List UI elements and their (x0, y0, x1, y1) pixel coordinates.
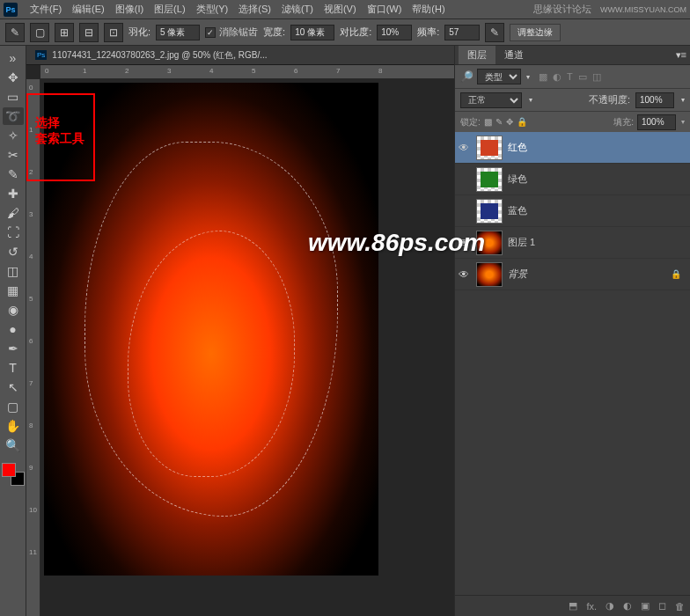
menubar: Ps 文件(F) 编辑(E) 图像(I) 图层(L) 类型(Y) 选择(S) 滤… (0, 0, 690, 19)
layer-thumb[interactable] (476, 136, 503, 160)
antialias-label: 消除锯齿 (219, 26, 258, 39)
panel-footer: ⬒ fx. ◑ ◐ ▣ ◻ 🗑 (455, 595, 690, 616)
gradient-tool[interactable]: ▦ (3, 282, 24, 299)
layer-row-background[interactable]: 👁 背景 🔒 (455, 259, 690, 290)
fg-color[interactable] (2, 463, 16, 477)
canvas-image[interactable] (44, 83, 378, 576)
sel-mode-sub[interactable]: ⊟ (79, 23, 99, 42)
lock-position-icon[interactable]: ✥ (506, 117, 513, 127)
fill-input[interactable] (637, 114, 676, 130)
site-name: 思缘设计论坛 (533, 3, 591, 16)
layer-thumb[interactable] (476, 262, 503, 287)
width-label: 宽度: (263, 26, 285, 39)
width-input[interactable] (290, 25, 334, 40)
filter-pixel-icon[interactable]: ▩ (539, 71, 547, 83)
layer-name[interactable]: 绿色 (508, 172, 686, 186)
filter-kind-select[interactable]: 类型 (477, 69, 521, 84)
freq-label: 频率: (417, 26, 439, 39)
contrast-input[interactable] (377, 25, 412, 40)
tab-channels[interactable]: 通道 (495, 46, 532, 64)
layer-thumb[interactable] (476, 231, 503, 255)
zoom-tool[interactable]: 🔍 (3, 436, 24, 454)
layer-mask-icon[interactable]: ◑ (606, 600, 614, 612)
visibility-icon[interactable]: 👁 (459, 268, 471, 281)
history-brush-tool[interactable]: ↺ (3, 243, 24, 260)
opacity-input[interactable] (635, 92, 674, 108)
layer-fx-icon[interactable]: fx. (586, 601, 597, 612)
current-tool-icon[interactable]: ✎ (5, 23, 25, 42)
horizontal-ruler[interactable]: 0 1 2 3 4 5 6 7 8 (40, 65, 454, 79)
crop-tool[interactable]: ✂ (3, 146, 24, 164)
layers-list: 👁 红色 绿色 蓝色 👁 图层 1 👁 背景 (455, 132, 690, 595)
collapse-icon[interactable]: » (3, 49, 24, 67)
shape-tool[interactable]: ▢ (3, 398, 24, 415)
layer-thumb[interactable] (476, 199, 503, 224)
visibility-icon[interactable]: 👁 (459, 237, 471, 249)
delete-layer-icon[interactable]: 🗑 (675, 601, 685, 612)
lock-pixels-icon[interactable]: ✎ (495, 117, 503, 127)
filter-shape-icon[interactable]: ▭ (578, 71, 587, 83)
blur-tool[interactable]: ◉ (3, 301, 24, 319)
healing-brush-tool[interactable]: ✚ (3, 185, 24, 202)
group-icon[interactable]: ▣ (641, 600, 650, 612)
options-bar: ✎ ▢ ⊞ ⊟ ⊡ 羽化: ✓消除锯齿 宽度: 对比度: 频率: ✎ 调整边缘 (0, 19, 690, 46)
filter-adjust-icon[interactable]: ◐ (553, 71, 562, 83)
menu-help[interactable]: 帮助(H) (407, 3, 450, 16)
layer-row-layer1[interactable]: 👁 图层 1 (455, 227, 690, 259)
sel-mode-new[interactable]: ▢ (30, 23, 49, 42)
layer-row-blue[interactable]: 蓝色 (455, 195, 690, 227)
filter-search-icon[interactable]: 🔎 (460, 70, 473, 83)
stamp-tool[interactable]: ⛶ (3, 224, 24, 241)
panel-menu-icon[interactable]: ▾≡ (676, 49, 686, 61)
layer-name[interactable]: 图层 1 (508, 236, 686, 249)
move-tool[interactable]: ✥ (3, 69, 24, 86)
tablet-pressure-icon[interactable]: ✎ (485, 23, 504, 42)
blend-mode-select[interactable]: 正常 (460, 92, 522, 108)
layer-row-red[interactable]: 👁 红色 (455, 132, 690, 164)
layer-thumb[interactable] (476, 167, 503, 192)
layer-name[interactable]: 背景 (508, 268, 665, 281)
filter-type-icon[interactable]: T (567, 71, 573, 83)
sel-mode-intersect[interactable]: ⊡ (104, 23, 123, 42)
visibility-icon[interactable]: 👁 (459, 142, 471, 154)
eraser-tool[interactable]: ◫ (3, 262, 24, 280)
vertical-ruler[interactable]: 0 1 2 3 4 5 6 7 8 9 10 11 (26, 79, 40, 616)
menu-file[interactable]: 文件(F) (25, 3, 67, 16)
freq-input[interactable] (444, 25, 480, 40)
refine-edge-button[interactable]: 调整边缘 (510, 24, 561, 41)
feather-input[interactable] (156, 25, 200, 40)
filter-smart-icon[interactable]: ◫ (592, 71, 601, 83)
adjustment-layer-icon[interactable]: ◐ (623, 600, 632, 612)
document-tab[interactable]: Ps 11074431_122403780263_2.jpg @ 50% (红色… (26, 46, 454, 65)
menu-layer[interactable]: 图层(L) (149, 3, 190, 16)
menu-edit[interactable]: 编辑(E) (67, 3, 110, 16)
antialias-checkbox[interactable]: ✓ (205, 27, 216, 38)
eyedropper-tool[interactable]: ✎ (3, 165, 24, 183)
path-select-tool[interactable]: ↖ (3, 378, 24, 396)
lock-all-icon[interactable]: 🔒 (517, 117, 527, 127)
dodge-tool[interactable]: ● (3, 320, 24, 338)
menu-filter[interactable]: 滤镜(T) (276, 3, 319, 16)
hand-tool[interactable]: ✋ (3, 417, 24, 435)
marquee-tool[interactable]: ▭ (3, 88, 24, 106)
tab-layers[interactable]: 图层 (459, 46, 495, 64)
sel-mode-add[interactable]: ⊞ (55, 23, 74, 42)
lock-transparency-icon[interactable]: ▩ (484, 117, 492, 127)
menu-window[interactable]: 窗口(W) (362, 3, 407, 16)
menu-view[interactable]: 视图(V) (319, 3, 362, 16)
pen-tool[interactable]: ✒ (3, 340, 24, 357)
new-layer-icon[interactable]: ◻ (658, 600, 666, 612)
menu-type[interactable]: 类型(Y) (191, 3, 234, 16)
brush-tool[interactable]: 🖌 (3, 204, 24, 222)
menu-select[interactable]: 选择(S) (233, 3, 276, 16)
magic-wand-tool[interactable]: ✧ (3, 127, 24, 144)
layer-row-green[interactable]: 绿色 (455, 164, 690, 195)
menu-image[interactable]: 图像(I) (110, 3, 149, 16)
layer-name[interactable]: 蓝色 (508, 204, 686, 217)
canvas-viewport[interactable] (40, 79, 454, 616)
color-swatches[interactable] (2, 463, 25, 486)
type-tool[interactable]: T (3, 359, 24, 377)
link-layers-icon[interactable]: ⬒ (569, 600, 577, 612)
layer-name[interactable]: 红色 (508, 141, 686, 154)
lasso-tool[interactable]: ➰ (3, 107, 24, 125)
